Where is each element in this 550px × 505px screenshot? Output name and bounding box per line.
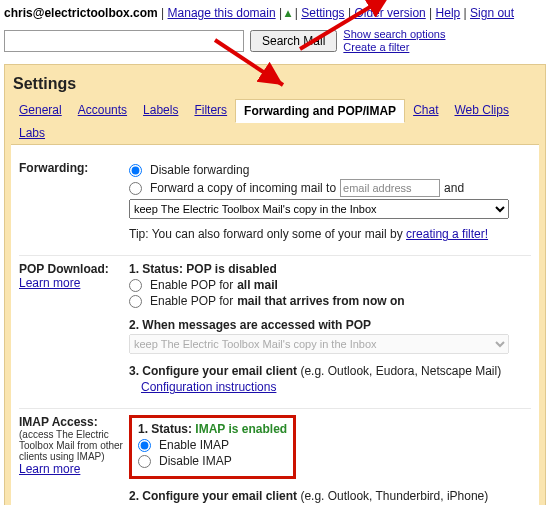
tab-filters[interactable]: Filters: [186, 99, 235, 122]
tab-content: Forwarding: Disable forwarding Forward a…: [11, 145, 539, 505]
forwarding-action-select[interactable]: keep The Electric Toolbox Mail's copy in…: [129, 199, 509, 219]
tab-webclips[interactable]: Web Clips: [446, 99, 516, 122]
creating-filter-link[interactable]: creating a filter!: [406, 227, 488, 241]
help-link[interactable]: Help: [436, 6, 461, 20]
imap-configure-bold: 2. Configure your email client: [129, 489, 297, 503]
header-bar: chris@electrictoolbox.com | Manage this …: [0, 0, 550, 24]
pop-configure-bold: 3. Configure your email client: [129, 364, 297, 378]
forwarding-disable-text: Disable forwarding: [150, 163, 249, 177]
settings-panel: Settings General Accounts Labels Filters…: [4, 64, 546, 505]
tab-labs[interactable]: Labs: [11, 122, 53, 144]
imap-sublabel: (access The Electric Toolbox Mail from o…: [19, 429, 129, 462]
tabs-row: General Accounts Labels Filters Forwardi…: [11, 99, 539, 145]
imap-learn-more-link[interactable]: Learn more: [19, 462, 80, 476]
pop-learn-more-link[interactable]: Learn more: [19, 276, 80, 290]
imap-status-prefix: 1. Status:: [138, 422, 195, 436]
pop-enable-all-radio[interactable]: [129, 279, 142, 292]
imap-status-value: IMAP is enabled: [195, 422, 287, 436]
older-version-link[interactable]: Older version: [354, 6, 425, 20]
imap-disable-text: Disable IMAP: [159, 454, 232, 468]
pop-enable-all-bold: all mail: [237, 278, 278, 292]
tab-labels[interactable]: Labels: [135, 99, 186, 122]
tab-general[interactable]: General: [11, 99, 70, 122]
imap-enable-text: Enable IMAP: [159, 438, 229, 452]
imap-section: IMAP Access: (access The Electric Toolbo…: [19, 409, 531, 505]
pop-label: POP Download:: [19, 262, 109, 276]
signout-link[interactable]: Sign out: [470, 6, 514, 20]
tab-forwarding[interactable]: Forwarding and POP/IMAP: [235, 99, 405, 123]
tab-accounts[interactable]: Accounts: [70, 99, 135, 122]
search-input[interactable]: [4, 30, 244, 52]
imap-highlight-box: 1. Status: IMAP is enabled Enable IMAP D…: [129, 415, 296, 479]
imap-enable-radio[interactable]: [138, 439, 151, 452]
pop-configure-rest: (e.g. Outlook, Eudora, Netscape Mail): [297, 364, 501, 378]
create-filter-link[interactable]: Create a filter: [343, 41, 445, 54]
forwarding-disable-radio[interactable]: [129, 164, 142, 177]
forwarding-enable-radio[interactable]: [129, 182, 142, 195]
forwarding-and-text: and: [444, 181, 464, 195]
pop-enable-now-radio[interactable]: [129, 295, 142, 308]
imap-configure-rest: (e.g. Outlook, Thunderbird, iPhone): [297, 489, 488, 503]
imap-label: IMAP Access:: [19, 415, 98, 429]
show-search-options-link[interactable]: Show search options: [343, 28, 445, 41]
pop-enable-now-bold: mail that arrives from now on: [237, 294, 404, 308]
tab-chat[interactable]: Chat: [405, 99, 446, 122]
presence-icon: ▴: [285, 6, 291, 20]
pop-enable-now-prefix: Enable POP for: [150, 294, 233, 308]
forwarding-tip-text: Tip: You can also forward only some of y…: [129, 227, 406, 241]
search-row: Search Mail Show search options Create a…: [0, 24, 550, 58]
pop-action-select[interactable]: keep The Electric Toolbox Mail's copy in…: [129, 334, 509, 354]
pop-enable-all-prefix: Enable POP for: [150, 278, 233, 292]
pop-when-header: 2. When messages are accessed with POP: [129, 318, 531, 332]
page-title: Settings: [11, 71, 539, 99]
settings-link[interactable]: Settings: [301, 6, 344, 20]
forwarding-forward-text: Forward a copy of incoming mail to: [150, 181, 336, 195]
search-mail-button[interactable]: Search Mail: [250, 30, 337, 52]
forwarding-label: Forwarding:: [19, 161, 129, 241]
forward-email-input[interactable]: [340, 179, 440, 197]
forwarding-section: Forwarding: Disable forwarding Forward a…: [19, 155, 531, 256]
imap-disable-radio[interactable]: [138, 455, 151, 468]
manage-domain-link[interactable]: Manage this domain: [168, 6, 276, 20]
account-email: chris@electrictoolbox.com: [4, 6, 158, 20]
pop-config-instructions-link[interactable]: Configuration instructions: [141, 380, 276, 394]
pop-section: POP Download: Learn more 1. Status: POP …: [19, 256, 531, 409]
pop-status: 1. Status: POP is disabled: [129, 262, 531, 276]
